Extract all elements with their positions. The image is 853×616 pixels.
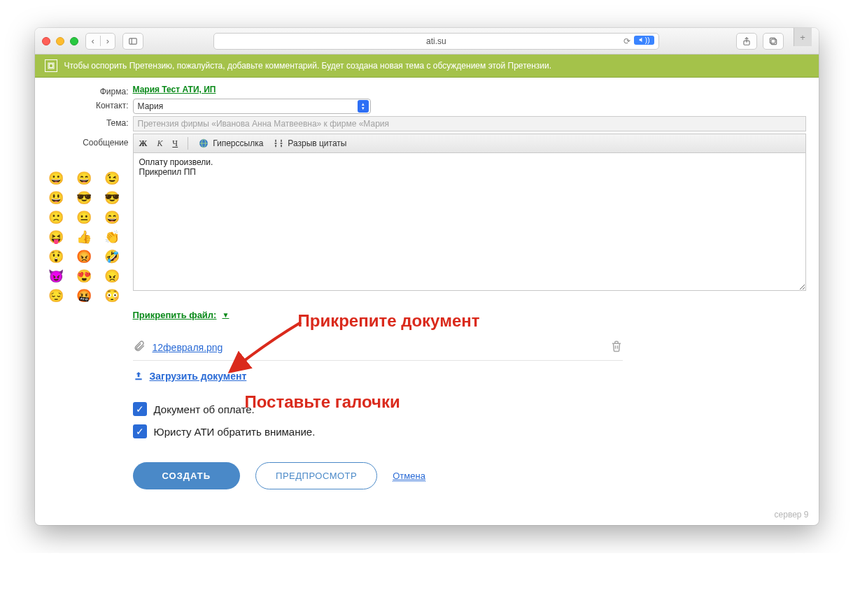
label-firm: Фирма: (48, 85, 133, 96)
delete-file-button[interactable] (610, 340, 623, 354)
attached-file-row: 12февраля.png (133, 333, 623, 361)
paperclip-icon (133, 340, 146, 354)
page-content: Фирма: Мария Тест АТИ, ИП Контакт: Мария… (35, 78, 819, 525)
emoji-item[interactable]: 👏 (102, 230, 122, 244)
cancel-link[interactable]: Отмена (393, 471, 425, 482)
browser-window: ‹ › ati.su )) ⟳ + Чтобы оспорить Пре (35, 28, 819, 525)
editor-toolbar: Ж К Ч Гиперссылка Разрыв цитаты (133, 134, 806, 152)
forward-icon[interactable]: › (100, 36, 115, 46)
upload-icon (133, 371, 144, 382)
topic-text: Претензия фирмы «Иванова Анна Матвеевна»… (138, 119, 390, 129)
reload-icon[interactable]: ⟳ (623, 36, 630, 46)
emoji-item[interactable]: 😈 (46, 269, 66, 283)
emoji-item[interactable]: 😳 (102, 289, 122, 303)
sound-indicator[interactable]: )) (634, 36, 654, 45)
emoji-item[interactable]: 😉 (102, 171, 122, 185)
server-label: сервер 9 (775, 510, 809, 520)
attached-file-link[interactable]: 12февраля.png (153, 342, 223, 353)
emoji-item[interactable]: 😍 (74, 269, 94, 283)
window-controls (42, 37, 78, 45)
browser-toolbar: ‹ › ati.su )) ⟳ + (35, 28, 819, 55)
emoji-item[interactable]: 😲 (46, 250, 66, 264)
break-quote-button[interactable]: Разрыв цитаты (273, 138, 346, 149)
close-window-button[interactable] (42, 37, 50, 45)
topic-field: Претензия фирмы «Иванова Анна Матвеевна»… (133, 116, 806, 131)
emoji-panel: 😀 😄 😉 😃 😎 😎 🙁 😐 😄 😝 👍 👏 😲 😡 🤣 😈 😍 😠 😔 (43, 167, 120, 303)
globe-icon (198, 138, 209, 149)
italic-button[interactable]: К (157, 138, 162, 149)
emoji-item[interactable]: 😝 (46, 230, 66, 244)
emoji-item[interactable]: 👍 (74, 230, 94, 244)
checkbox-lawyer-attention[interactable]: ✓ Юристу АТИ обратить внимание. (133, 424, 623, 438)
check-icon: ✓ (133, 402, 147, 416)
checkbox-payment-doc[interactable]: ✓ Документ об оплате. (133, 402, 623, 416)
svg-rect-0 (129, 38, 137, 43)
emoji-item[interactable]: 😎 (102, 191, 122, 205)
share-button[interactable] (736, 33, 757, 50)
notice-icon (45, 59, 57, 72)
svg-rect-4 (770, 38, 775, 43)
emoji-item[interactable]: 😄 (102, 210, 122, 224)
address-bar[interactable]: ati.su )) ⟳ (213, 33, 658, 50)
firm-link[interactable]: Мария Тест АТИ, ИП (133, 85, 216, 94)
url-text: ati.su (426, 36, 446, 46)
emoji-item[interactable]: 😀 (46, 171, 66, 185)
svg-rect-6 (49, 64, 52, 68)
emoji-item[interactable]: 😃 (46, 191, 66, 205)
emoji-item[interactable]: 😎 (74, 191, 94, 205)
back-icon[interactable]: ‹ (86, 36, 100, 46)
svg-rect-10 (135, 378, 141, 380)
emoji-item[interactable]: 🙁 (46, 210, 66, 224)
label-message: Сообщение (48, 134, 133, 148)
preview-button[interactable]: ПРЕДПРОСМОТР (255, 462, 377, 489)
bold-button[interactable]: Ж (139, 138, 148, 149)
contact-select[interactable]: Мария ▴▾ (133, 99, 371, 114)
emoji-item[interactable]: 😠 (102, 269, 122, 283)
emoji-item[interactable]: 🤬 (74, 289, 94, 303)
emoji-item[interactable]: 😐 (74, 210, 94, 224)
minimize-window-button[interactable] (56, 37, 64, 45)
zoom-window-button[interactable] (70, 37, 78, 45)
label-contact: Контакт: (48, 99, 133, 110)
annotation-arrow-icon (224, 315, 308, 378)
svg-rect-3 (771, 39, 777, 45)
message-editor[interactable] (133, 152, 806, 291)
contact-select-value: Мария (138, 101, 164, 111)
nav-back-forward[interactable]: ‹ › (85, 33, 116, 50)
create-button[interactable]: СОЗДАТЬ (133, 462, 241, 489)
emoji-item[interactable]: 😔 (46, 289, 66, 303)
notice-banner: Чтобы оспорить Претензию, пожалуйста, до… (35, 55, 819, 78)
hyperlink-button[interactable]: Гиперссылка (198, 138, 263, 149)
emoji-item[interactable]: 😄 (74, 171, 94, 185)
toolbar-separator (188, 137, 188, 150)
new-tab-button[interactable]: + (794, 28, 812, 46)
split-icon (273, 138, 284, 149)
tabs-button[interactable] (763, 33, 784, 50)
select-arrow-icon: ▴▾ (358, 100, 369, 113)
emoji-item[interactable]: 🤣 (102, 250, 122, 264)
notice-text: Чтобы оспорить Претензию, пожалуйста, до… (64, 61, 552, 71)
check-icon: ✓ (133, 424, 147, 438)
underline-button[interactable]: Ч (172, 138, 178, 149)
label-topic: Тема: (48, 116, 133, 128)
emoji-item[interactable]: 😡 (74, 250, 94, 264)
attach-file-toggle[interactable]: Прикрепить файл: ▼ (133, 310, 230, 320)
sidebar-toggle-button[interactable] (122, 33, 143, 50)
